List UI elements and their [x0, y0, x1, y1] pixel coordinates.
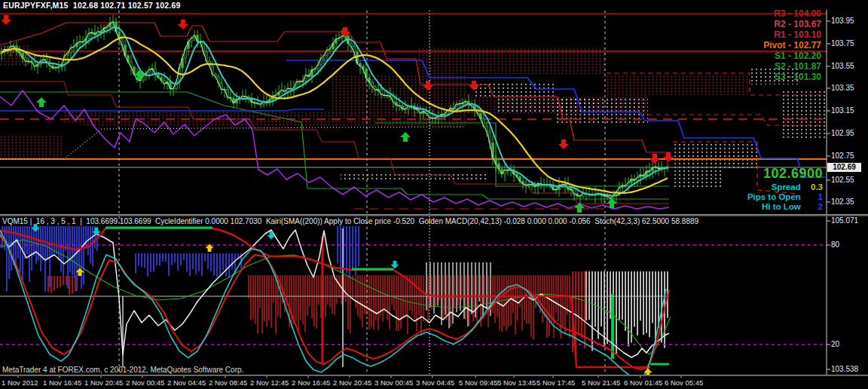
indicator-axis-label: 105.071 — [831, 217, 858, 225]
up-arrow — [574, 203, 585, 213]
indicator-axis-label: 80 — [831, 241, 839, 249]
time-axis-label: 1 Nov 2012 — [2, 379, 38, 387]
time-axis-label: 2 Nov 16:45 — [292, 379, 330, 387]
price-axis-label: 103.95 — [831, 17, 854, 25]
pips-to-open-label: Pips to Open — [747, 192, 801, 201]
current-price-big: 102.6900 — [747, 166, 823, 182]
pivot-label-r3: R3 - 104.00 — [774, 9, 821, 18]
down-arrow — [663, 152, 674, 162]
down-arrow — [340, 27, 350, 37]
pivot-label-r1: R1 - 103.10 — [774, 30, 821, 39]
time-axis-separator — [0, 375, 868, 376]
time-axis-label: 5 Nov 13:45 — [497, 379, 536, 387]
pivot-label-s2: S2 - 101.87 — [775, 62, 821, 71]
time-axis-label: 3 Nov 04:45 — [416, 379, 454, 387]
time-axis-label: 3 Nov 00:45 — [374, 379, 413, 387]
chart-title: EURJPYFXF,M15 102.68 102.71 102.57 102.6… — [3, 2, 180, 10]
pivot-label-s1: S1 - 102.20 — [775, 51, 821, 60]
time-axis-label: 1 Nov 20:45 — [84, 379, 123, 387]
pivot-label-s3: S3 - 101.30 — [775, 72, 821, 81]
up-arrow — [400, 132, 411, 142]
time-axis-label: 2 Nov 00:45 — [126, 379, 164, 387]
time-axis-label: 5 Nov 09:45 — [459, 379, 497, 387]
kumo-red-left-block — [0, 134, 64, 159]
hi-to-low-label: Hi to Low — [762, 202, 801, 211]
kumo-white-right — [780, 90, 825, 139]
spread-value: 0.3 — [803, 182, 823, 191]
kumo-white-low — [673, 143, 757, 188]
down-arrow — [1, 15, 11, 25]
time-axis-label: 5 Nov 21:45 — [582, 379, 620, 387]
chart-canvas[interactable] — [0, 0, 868, 389]
time-axis-label: 6 Nov 01:45 — [624, 379, 662, 387]
hi-to-low-row: Hi to Low 2 — [747, 202, 823, 211]
pivot-label-r2: R2 - 103.67 — [774, 20, 821, 29]
time-axis-label: 1 Nov 16:45 — [43, 379, 81, 387]
down-arrow — [390, 261, 399, 268]
price-axis-label: 102.55 — [831, 176, 854, 184]
price-axis-label: 103.15 — [831, 107, 854, 115]
price-axis-label: 102.95 — [831, 130, 854, 137]
indicator-axis-label: 103.538 — [831, 366, 858, 373]
blue-flat — [0, 109, 324, 111]
price-axis-label: 103.75 — [831, 40, 854, 47]
time-axis-label: 2 Nov 12:45 — [250, 379, 289, 387]
time-axis-label: 6 Nov 05:45 — [665, 379, 703, 387]
spread-row: Spread 0.3 — [747, 182, 823, 191]
kumo-red-upper2 — [607, 74, 750, 95]
current-price-marker: 102.69 — [827, 163, 861, 172]
copyright-text: MetaTrader 4 at FOREX.com, c 2001-2012, … — [2, 366, 243, 374]
price-axis-label: 103.35 — [831, 84, 854, 92]
kumo-white-strip — [341, 172, 488, 181]
down-arrow — [267, 231, 275, 239]
trade-info-panel: 102.6900 Spread 0.3 Pips to Open 1 Hi to… — [747, 166, 823, 211]
indicator-axis-label: 20 — [831, 341, 839, 348]
down-arrow — [178, 20, 188, 29]
up-arrow — [36, 97, 47, 107]
price-axis-label: 102.75 — [831, 152, 854, 160]
down-arrow — [92, 228, 100, 235]
time-axis-label: 5 Nov 17:45 — [536, 379, 575, 387]
hi-to-low-value: 2 — [803, 202, 823, 211]
time-axis-label: 2 Nov 20:45 — [333, 379, 371, 387]
indicator-header: VQM15 | 16 , 3 , 5 , 1 | 103.6699 103.66… — [2, 218, 698, 225]
price-axis-label: 103.55 — [831, 63, 854, 70]
main-chart-panel — [0, 11, 827, 213]
price-axis-label: 102.35 — [831, 198, 854, 206]
pips-to-open-value: 1 — [803, 192, 823, 201]
pivot-label-pivot: Pivot - 102.77 — [763, 41, 821, 50]
spread-label: Spread — [772, 182, 801, 191]
indicator-panel — [0, 216, 827, 378]
down-arrow — [558, 139, 569, 149]
time-axis-label: 2 Nov 08:45 — [209, 379, 247, 387]
pips-to-open-row: Pips to Open 1 — [747, 192, 823, 201]
mt4-window: EURJPYFXF,M15 102.68 102.71 102.57 102.6… — [0, 0, 868, 389]
kumo-white-mid2 — [554, 96, 648, 124]
time-axis-label: 2 Nov 04:45 — [167, 379, 206, 387]
panel-splitter[interactable] — [0, 214, 868, 216]
cloud-border-dotted — [0, 127, 466, 159]
